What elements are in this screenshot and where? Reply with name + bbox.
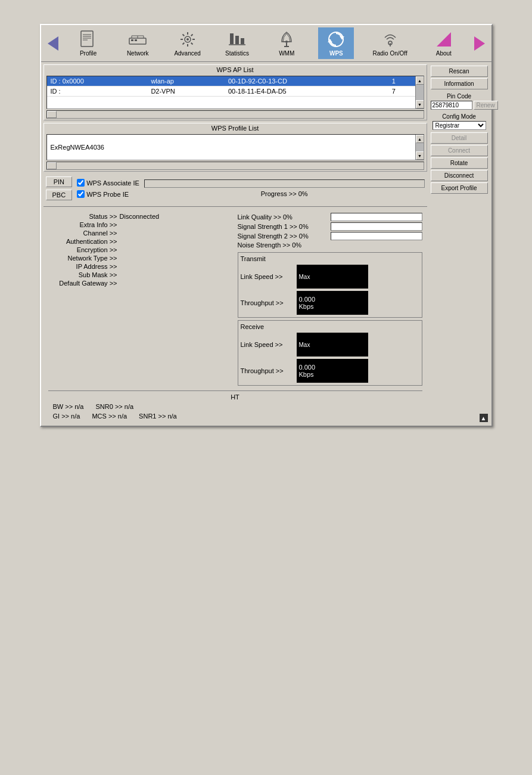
profile-name: ExRegNWEA4036 (51, 144, 105, 151)
pin-code-input[interactable] (431, 101, 472, 110)
ap-list-table-area[interactable]: ID : 0x0000 wlan-ap 00-1D-92-C0-13-CD 1 … (46, 76, 424, 109)
tab-advanced[interactable]: Advanced (169, 27, 205, 59)
panel-up-arrow[interactable]: ▲ (480, 414, 488, 422)
profile-icon (79, 30, 98, 49)
wps-associate-ie-checkbox[interactable] (77, 179, 85, 187)
detail-button[interactable]: Detail (431, 132, 488, 144)
config-mode-section: Config Mode Registrar Enrollee (431, 113, 488, 130)
svg-line-21 (182, 43, 184, 45)
profile-list-area[interactable]: ExRegNWEA4036 ⊟ ▲ ▼ (46, 134, 424, 160)
tab-statistics[interactable]: Statistics (219, 27, 255, 59)
default-gateway-row: Default Gateway >> (48, 280, 233, 287)
ht-row2: GI >> n/a MCS >> n/a SNR1 >> n/a (53, 411, 418, 421)
svg-point-26 (285, 41, 288, 43)
rescan-button[interactable]: Rescan (431, 66, 488, 77)
noise-strength-row: Noise Strength >> 0% (238, 241, 422, 249)
receive-max-label: Max (299, 342, 310, 348)
svg-rect-0 (81, 31, 93, 46)
ap-row-id: ID : (47, 86, 148, 97)
receive-throughput-label: Throughput >> (241, 367, 294, 374)
svg-rect-22 (230, 33, 234, 44)
profile-scroll-up-button[interactable]: ▲ (416, 135, 424, 143)
config-mode-label: Config Mode (431, 113, 488, 120)
pin-pbc-buttons: PIN PBC (46, 176, 73, 200)
encryption-row: Encryption >> (48, 246, 233, 253)
tab-about[interactable]: About (426, 27, 462, 59)
divider (43, 206, 427, 207)
receive-link-speed-label: Link Speed >> (241, 341, 294, 348)
ht-bw: BW >> n/a (53, 403, 84, 410)
sub-mask-row: Sub Mask >> (48, 271, 233, 278)
connect-button[interactable]: Connect (431, 145, 488, 156)
app-window: Profile Network (40, 24, 493, 427)
receive-section: Receive Link Speed >> Max Throughput >> … (238, 320, 422, 386)
pin-button[interactable]: PIN (46, 176, 73, 187)
wps-probe-ie-checkbox[interactable] (77, 190, 85, 198)
ht-title: HT (53, 393, 418, 401)
scroll-down-button[interactable]: ▼ (416, 100, 424, 108)
authentication-row: Authentication >> (48, 238, 233, 245)
profile-list-h-scrollbar[interactable] (46, 162, 424, 170)
receive-link-speed-row: Link Speed >> Max (241, 333, 419, 356)
statistics-tab-label: Statistics (225, 50, 249, 57)
tab-network[interactable]: Network (120, 27, 155, 59)
svg-rect-24 (241, 38, 244, 44)
toolbar: Profile Network (41, 25, 491, 62)
tab-wmm[interactable]: WMM (269, 27, 304, 59)
wps-associate-ie-label[interactable]: WPS Associate IE (77, 179, 139, 187)
signal-strength2-row: Signal Strength 2 >> 0% (238, 232, 422, 240)
profile-scroll-down-button[interactable]: ▼ (416, 151, 424, 160)
ap-row-name: wlan-ap (147, 76, 225, 86)
forward-button[interactable] (469, 29, 490, 58)
main-content: WPS AP List ID : 0x0000 wlan-ap 00-1D-92… (41, 62, 491, 426)
advanced-icon (178, 30, 197, 49)
ap-row-name: D2-VPN (147, 86, 225, 97)
back-button[interactable] (42, 29, 64, 58)
about-icon (434, 30, 453, 49)
left-panel: WPS AP List ID : 0x0000 wlan-ap 00-1D-92… (43, 64, 427, 423)
wps-profile-list-section: WPS Profile List ExRegNWEA4036 ⊟ ▲ ▼ (43, 123, 427, 172)
tab-wps[interactable]: WPS (318, 27, 354, 59)
tab-profile[interactable]: Profile (70, 27, 106, 59)
advanced-tab-label: Advanced (174, 50, 200, 57)
svg-point-29 (329, 32, 343, 46)
information-button[interactable]: Information (431, 78, 488, 89)
receive-throughput-value: 0.000 (299, 364, 316, 371)
ap-list-h-scrollbar[interactable] (46, 110, 424, 119)
svg-rect-6 (131, 39, 133, 41)
scroll-up-button[interactable]: ▲ (416, 76, 424, 85)
export-profile-button[interactable]: Export Profile (431, 182, 488, 194)
profile-list-scrollbar: ▲ ▼ (415, 135, 424, 160)
sub-mask-label: Sub Mask >> (48, 271, 120, 278)
renew-button[interactable]: Renew (474, 101, 498, 110)
receive-throughput-unit: Kbps (299, 371, 314, 378)
tab-radio[interactable]: Radio On/Off (368, 27, 412, 59)
profile-scrollbar-track (416, 143, 424, 151)
ap-list-scrollbar: ▲ ▼ (415, 76, 424, 108)
transmit-link-speed-row: Link Speed >> Max (241, 265, 419, 289)
forward-arrow-icon (474, 36, 485, 51)
wps-tab-label: WPS (329, 50, 343, 57)
progress-area: Progress >> 0% (144, 179, 425, 197)
table-row[interactable]: ID : D2-VPN 00-18-11-E4-DA-D5 7 (47, 86, 415, 97)
controls-row: PIN PBC WPS Associate IE WPS Probe IE P (43, 174, 427, 203)
ht-snr1: SNR1 >> n/a (139, 413, 177, 420)
stats-right: Link Quality >> 0% Signal Strength 1 >> … (238, 213, 422, 386)
ap-row-mac: 00-18-11-E4-DA-D5 (225, 86, 388, 97)
pbc-button[interactable]: PBC (46, 190, 73, 200)
wps-probe-ie-label[interactable]: WPS Probe IE (77, 190, 139, 198)
ht-gi: GI >> n/a (53, 413, 80, 420)
rotate-button[interactable]: Rotate (431, 157, 488, 169)
table-row[interactable]: ID : 0x0000 wlan-ap 00-1D-92-C0-13-CD 1 (47, 76, 415, 86)
disconnect-button[interactable]: Disconnect (431, 170, 488, 181)
scrollbar-track (416, 85, 424, 100)
transmit-throughput-value: 0.000 (299, 296, 316, 303)
default-gateway-label: Default Gateway >> (48, 280, 120, 287)
config-mode-select[interactable]: Registrar Enrollee (433, 121, 486, 130)
transmit-throughput-row: Throughput >> 0.000 Kbps (241, 291, 419, 315)
signal-strength2-label: Signal Strength 2 >> 0% (238, 232, 328, 240)
extra-info-row: Extra Info >> (48, 221, 233, 228)
ht-mcs: MCS >> n/a (92, 413, 127, 420)
stats-area: Status >> Disconnected Extra Info >> Cha… (43, 210, 427, 388)
profile-tab-label: Profile (80, 50, 97, 57)
